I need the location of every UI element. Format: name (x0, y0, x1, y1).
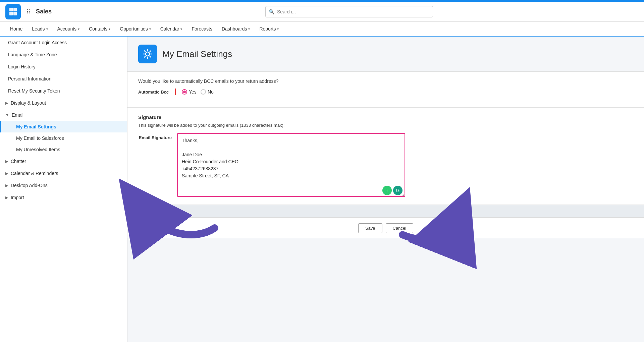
bcc-yes-radio[interactable] (182, 89, 187, 95)
signature-textarea-container: Thanks, Jane Doe Hein Co-Founder and CEO… (177, 133, 405, 198)
subscriptions-header: Subscriptions (127, 205, 644, 218)
main-content: My Email Settings Would you like to auto… (127, 37, 644, 342)
search-container: 🔍 (265, 6, 433, 17)
sidebar-section-email[interactable]: ▼ Email (0, 109, 127, 121)
bcc-label: Automatic Bcc (138, 90, 169, 95)
chatter-chevron-icon: ▶ (5, 159, 8, 164)
subscriptions-section: Subscriptions (127, 205, 644, 218)
header: ⠿ Sales 🔍 (0, 2, 644, 22)
save-button[interactable]: Save (358, 223, 382, 233)
app-logo (5, 4, 21, 19)
page-header-icon (138, 45, 157, 63)
nav-opportunities[interactable]: Opportunities ▾ (115, 22, 155, 36)
bcc-no-option[interactable]: No (201, 89, 214, 95)
tool-icon-grammarly[interactable]: G (393, 186, 402, 195)
sidebar-subitem-my-email-settings[interactable]: My Email Settings (0, 121, 127, 132)
accounts-chevron: ▾ (78, 27, 79, 31)
calendar-chevron: ▾ (180, 27, 182, 31)
sidebar-section-display[interactable]: ▶ Display & Layout (0, 97, 127, 109)
signature-section: Signature This signature will be added t… (127, 108, 644, 205)
email-chevron-icon: ▼ (5, 113, 9, 117)
svg-rect-3 (13, 12, 17, 15)
nav-calendar[interactable]: Calendar ▾ (156, 22, 187, 36)
svg-rect-2 (9, 12, 13, 15)
nav-forecasts[interactable]: Forecasts (187, 22, 217, 36)
nav-accounts[interactable]: Accounts ▾ (53, 22, 85, 36)
nav-contacts[interactable]: Contacts ▾ (84, 22, 115, 36)
footer-buttons: Save Cancel (127, 218, 644, 238)
page-header: My Email Settings (127, 37, 644, 72)
opportunities-chevron: ▾ (149, 27, 151, 31)
signature-title: Signature (138, 114, 633, 120)
nav-bar: Home Leads ▾ Accounts ▾ Contacts ▾ Oppor… (0, 22, 644, 37)
nav-reports[interactable]: Reports ▾ (255, 22, 283, 36)
bcc-section: Would you like to automatically BCC emai… (127, 72, 644, 108)
page-title: My Email Settings (162, 49, 232, 59)
signature-textarea[interactable]: Thanks, Jane Doe Hein Co-Founder and CEO… (177, 133, 405, 197)
desktop-chevron-icon: ▶ (5, 183, 8, 188)
nav-dashboards[interactable]: Dashboards ▾ (217, 22, 255, 36)
sidebar-item-grant-access[interactable]: Grant Account Login Access (0, 37, 127, 49)
textarea-tools: ↑ G (382, 186, 402, 195)
search-icon: 🔍 (269, 9, 274, 14)
bcc-no-radio[interactable] (201, 89, 206, 95)
bcc-required-indicator (175, 89, 176, 95)
dashboards-chevron: ▾ (248, 27, 250, 31)
sidebar: Grant Account Login Access Language & Ti… (0, 37, 127, 342)
signature-row: Email Signature Thanks, Jane Doe Hein Co… (138, 133, 633, 198)
nav-home[interactable]: Home (5, 22, 27, 36)
search-input[interactable] (265, 6, 433, 17)
reports-chevron: ▾ (277, 27, 279, 31)
svg-point-4 (146, 52, 150, 56)
main-layout: Grant Account Login Access Language & Ti… (0, 37, 644, 342)
bcc-yes-option[interactable]: Yes (182, 89, 197, 95)
svg-rect-1 (13, 8, 17, 11)
cancel-button[interactable]: Cancel (386, 223, 413, 233)
bcc-radio-group: Yes No (182, 89, 214, 95)
import-chevron-icon: ▶ (5, 195, 8, 200)
sidebar-section-desktop[interactable]: ▶ Desktop Add-Ons (0, 179, 127, 191)
tool-icon-green[interactable]: ↑ (382, 186, 392, 195)
sidebar-section-chatter[interactable]: ▶ Chatter (0, 155, 127, 167)
svg-rect-0 (9, 8, 13, 11)
bcc-question: Would you like to automatically BCC emai… (138, 78, 633, 84)
bcc-row: Automatic Bcc Yes No (138, 86, 633, 101)
app-name: Sales (36, 8, 52, 15)
contacts-chevron: ▾ (109, 27, 110, 31)
sidebar-section-calendar[interactable]: ▶ Calendar & Reminders (0, 167, 127, 179)
sidebar-item-login-history[interactable]: Login History (0, 61, 127, 73)
nav-leads[interactable]: Leads ▾ (27, 22, 52, 36)
sidebar-item-personal-info[interactable]: Personal Information (0, 73, 127, 85)
signature-field-label: Email Signature (138, 133, 172, 140)
leads-chevron: ▾ (46, 27, 48, 31)
sidebar-section-import[interactable]: ▶ Import (0, 191, 127, 204)
bcc-no-label: No (208, 89, 214, 95)
calendar-reminders-chevron-icon: ▶ (5, 171, 8, 176)
display-chevron-icon: ▶ (5, 101, 8, 105)
bcc-yes-label: Yes (189, 89, 197, 95)
grid-icon[interactable]: ⠿ (26, 8, 31, 15)
sidebar-item-language[interactable]: Language & Time Zone (0, 49, 127, 61)
sidebar-subitem-email-to-salesforce[interactable]: My Email to Salesforce (0, 132, 127, 144)
sidebar-subitem-unresolved-items[interactable]: My Unresolved Items (0, 144, 127, 155)
signature-description: This signature will be added to your out… (138, 123, 633, 128)
sidebar-item-reset-token[interactable]: Reset My Security Token (0, 85, 127, 97)
